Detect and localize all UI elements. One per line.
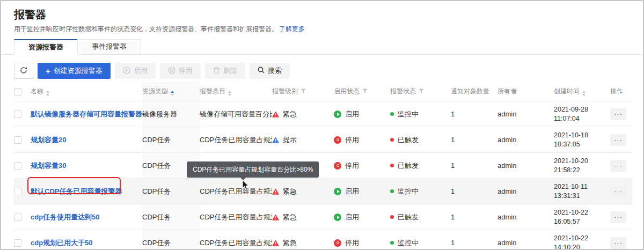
sort-icon-active[interactable] [171, 91, 174, 96]
resource-type-cell: CDP任务 [142, 204, 200, 230]
alarm-name-link[interactable]: 默认CDP任务已用容量报警器 [31, 187, 122, 195]
enable-status-label: 停用 [345, 238, 359, 248]
header-alarm-status[interactable]: 报警状态 [390, 82, 451, 101]
more-actions-button[interactable]: ··· [610, 160, 626, 172]
condition-cell: 镜像存储可用容量百分比<... [200, 101, 272, 127]
enable-status-icon [334, 136, 341, 144]
alarm-status-cell: 监控中 [390, 230, 451, 250]
app-window: 报警器 用于监控并响应时序性数据和事件的状态变化，支持资源报警器、事件报警器和扩… [0, 0, 644, 250]
owner-cell: admin [497, 230, 554, 250]
row-checkbox-cell [14, 230, 31, 250]
alarm-name-link[interactable]: 规划容量20 [31, 136, 66, 144]
row-checkbox[interactable] [14, 188, 21, 195]
level-label: 提示 [283, 135, 297, 145]
created-date: 2021-10-20 [554, 157, 607, 166]
create-resource-alarm-button[interactable]: + 创建资源报警器 [38, 63, 111, 79]
notify-count-cell: 1 [451, 204, 497, 230]
header-condition-label: 报警条目 [200, 87, 225, 95]
actions-cell: ··· [610, 101, 632, 127]
created-cell: 2021-10-11 13:31:31 [554, 179, 610, 204]
alarm-name-link[interactable]: cdp规划已用大于50 [31, 239, 93, 247]
actions-cell: ··· [610, 153, 632, 179]
table-row: 规划容量20 CDP任务 CDP任务已用容量占规划... 提示 停用 已触发 1… [14, 127, 632, 153]
tab-resource-alarms[interactable]: 资源报警器 [14, 39, 78, 55]
table-header-row: 名称 资源类型 报警条目 报警级别 启用状态 报警状态 通知对象数量 所有者 创… [14, 82, 632, 101]
row-checkbox[interactable] [14, 111, 21, 118]
alert-triangle-icon [272, 188, 279, 195]
header-checkbox-cell [14, 82, 31, 101]
header-name[interactable]: 名称 [31, 82, 142, 101]
search-button-label: 搜索 [268, 66, 282, 76]
header-condition[interactable]: 报警条目 [200, 82, 272, 101]
enable-status-cell: 启用 [334, 179, 390, 204]
alarm-status-label: 监控中 [398, 187, 419, 196]
header-resource-type[interactable]: 资源类型 [142, 82, 200, 101]
more-actions-button[interactable]: ··· [610, 211, 626, 223]
header-created[interactable]: 创建时间 [554, 82, 610, 101]
alarm-name-link[interactable]: cdp任务使用量达到50 [31, 213, 100, 221]
enable-button[interactable]: 启用 [115, 63, 156, 79]
level-label: 紧急 [283, 238, 297, 248]
enable-status-cell: 启用 [334, 204, 390, 230]
more-actions-button[interactable]: ··· [610, 108, 626, 120]
sort-icon[interactable] [228, 91, 231, 96]
tooltip: CDP任务已用容量占规划容量百分比>80% [187, 161, 319, 178]
notify-count-cell: 1 [451, 127, 497, 153]
alarm-status-label: 已触发 [398, 135, 419, 145]
resource-type-cell: CDP任务 [142, 179, 200, 204]
header-enable-status[interactable]: 启用状态 [334, 82, 390, 101]
created-date: 2021-10-22 [554, 208, 607, 217]
header-actions: 操作 [610, 82, 632, 101]
play-circle-icon [123, 67, 130, 76]
tab-event-alarms[interactable]: 事件报警器 [77, 39, 141, 55]
resource-type-cell: 镜像服务器 [142, 101, 200, 127]
level-cell: 紧急 [272, 179, 334, 204]
row-checkbox-cell [14, 204, 31, 230]
header-level-label: 报警级别 [272, 87, 298, 95]
delete-button[interactable]: 删除 [205, 63, 245, 79]
alarm-status-dot [390, 241, 394, 245]
filter-icon[interactable] [362, 89, 368, 94]
condition-cell: CDP任务已用容量占规划... [200, 179, 272, 204]
refresh-button[interactable] [14, 63, 33, 79]
notify-count-cell: 1 [451, 230, 497, 250]
search-button[interactable]: 搜索 [250, 63, 290, 79]
alert-triangle-icon [272, 240, 279, 246]
condition-cell: CDP任务已用容量占规划... [200, 127, 272, 153]
disable-button[interactable]: 停用 [160, 63, 201, 79]
select-all-checkbox[interactable] [14, 88, 21, 95]
filter-icon[interactable] [419, 89, 424, 94]
header-name-label: 名称 [31, 87, 43, 95]
create-button-label: 创建资源报警器 [54, 66, 103, 76]
alarm-status-dot [390, 215, 394, 219]
trash-icon [213, 67, 220, 76]
row-checkbox[interactable] [14, 239, 21, 247]
alarm-status-cell: 监控中 [390, 101, 451, 127]
enable-status-label: 启用 [345, 187, 359, 196]
name-cell: 默认镜像服务器存储可用容量报警器 [31, 101, 142, 127]
row-checkbox[interactable] [14, 214, 21, 221]
filter-icon[interactable] [301, 89, 306, 94]
disable-button-label: 停用 [179, 66, 193, 76]
resource-type-cell: CDP任务 [142, 127, 200, 153]
header-level[interactable]: 报警级别 [272, 82, 334, 101]
notify-count-cell: 1 [451, 153, 497, 179]
table-row: cdp任务使用量达到50 CDP任务 CDP任务已用容量占规划... 紧急 启用… [14, 204, 632, 230]
sort-icon[interactable] [582, 91, 586, 96]
sort-icon[interactable] [46, 91, 49, 96]
alarm-status-dot [390, 138, 394, 142]
header-resource-type-label: 资源类型 [142, 87, 168, 95]
owner-cell: admin [497, 127, 554, 153]
more-actions-button[interactable]: ··· [610, 134, 626, 146]
more-actions-button[interactable]: ··· [610, 186, 626, 197]
row-checkbox[interactable] [14, 162, 21, 170]
header-owner: 所有者 [497, 82, 554, 101]
row-checkbox[interactable] [14, 136, 21, 144]
more-actions-button[interactable]: ··· [610, 237, 626, 249]
alarm-name-link[interactable]: 规划容量30 [31, 161, 66, 170]
created-cell: 2021-10-22 14:10:20 [554, 230, 610, 250]
alarm-name-link[interactable]: 默认镜像服务器存储可用容量报警器 [31, 110, 142, 118]
table-body: 默认镜像服务器存储可用容量报警器 镜像服务器 镜像存储可用容量百分比<... 紧… [14, 101, 632, 250]
actions-cell: ··· [610, 127, 632, 153]
learn-more-link[interactable]: 了解更多 [279, 25, 305, 33]
